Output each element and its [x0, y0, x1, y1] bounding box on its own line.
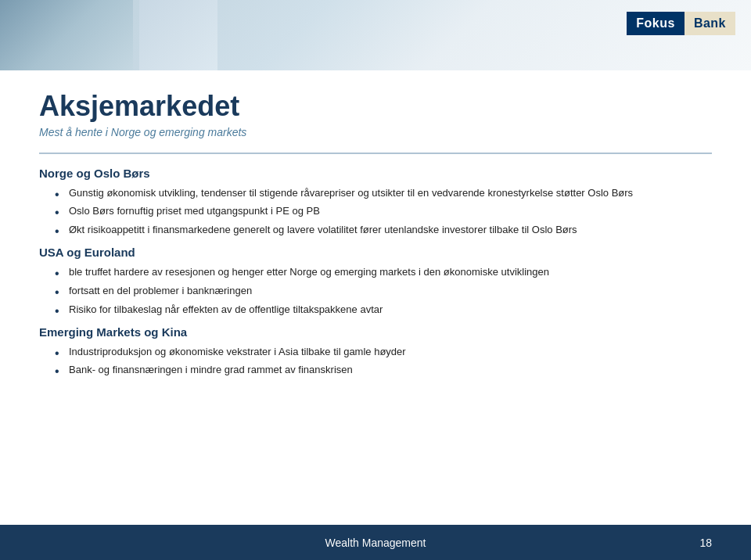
- header-section: [0, 0, 751, 70]
- section-heading-norge: Norge og Oslo Børs: [39, 167, 712, 180]
- page-title: Aksjemarkedet: [39, 90, 712, 123]
- page-subtitle: Mest å hente i Norge og emerging markets: [39, 126, 712, 138]
- list-item: Økt risikoappetitt i finansmarkedene gen…: [55, 223, 712, 238]
- bullet-list-usa: ble truffet hardere av resesjonen og hen…: [55, 265, 712, 318]
- list-item: ble truffet hardere av resesjonen og hen…: [55, 265, 712, 280]
- list-item: fortsatt en del problemer i banknæringen: [55, 284, 712, 299]
- divider: [39, 153, 712, 154]
- header-spacer: [217, 0, 751, 70]
- footer-center: Wealth Management: [0, 537, 751, 549]
- logo-fokus: Fokus: [627, 12, 685, 35]
- header-image-left: [0, 0, 133, 70]
- list-item: Bank- og finansnæringen i mindre grad ra…: [55, 363, 712, 378]
- logo-area: Fokus Bank: [627, 12, 735, 35]
- list-item: Gunstig økonomisk utvikling, tendenser t…: [55, 186, 712, 201]
- footer-wealth-management: Wealth Management: [325, 537, 426, 549]
- list-item: Industriproduksjon og økonomiske vekstra…: [55, 345, 712, 360]
- bullet-list-norge: Gunstig økonomisk utvikling, tendenser t…: [55, 186, 712, 239]
- header-image-center: [139, 0, 217, 70]
- section-norge: Norge og Oslo Børs Gunstig økonomisk utv…: [39, 167, 712, 239]
- footer-page-number: 18: [699, 537, 712, 549]
- section-usa: USA og Euroland ble truffet hardere av r…: [39, 246, 712, 318]
- section-emerging: Emerging Markets og Kina Industriproduks…: [39, 325, 712, 379]
- section-heading-emerging: Emerging Markets og Kina: [39, 325, 712, 339]
- section-heading-usa: USA og Euroland: [39, 246, 712, 259]
- bullet-list-emerging: Industriproduksjon og økonomiske vekstra…: [55, 345, 712, 379]
- list-item: Oslo Børs fornuftig priset med utgangspu…: [55, 204, 712, 219]
- main-content: Aksjemarkedet Mest å hente i Norge og em…: [0, 74, 751, 525]
- list-item: Risiko for tilbakeslag når effekten av d…: [55, 303, 712, 318]
- logo-bank: Bank: [685, 12, 735, 35]
- footer: Wealth Management 18: [0, 525, 751, 560]
